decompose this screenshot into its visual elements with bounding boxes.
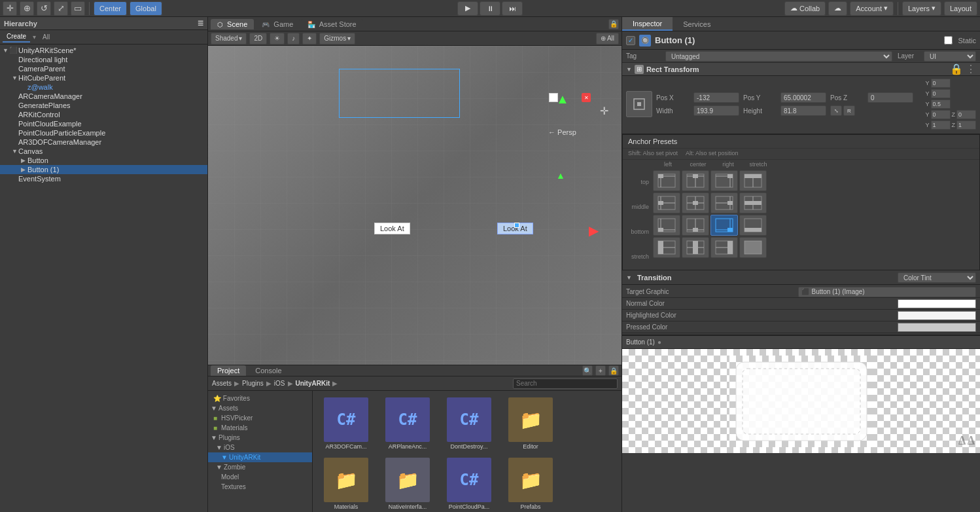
highlighted-color-swatch[interactable]: [898, 311, 976, 320]
breadcrumb-assets[interactable]: Assets: [212, 380, 232, 387]
asset-pointcloudpa[interactable]: C# PointCloudPa...: [440, 455, 499, 512]
rt-posz-input[interactable]: [867, 92, 913, 103]
tree-item-pointcloudparticle[interactable]: PointCloudParticleExample: [0, 128, 207, 137]
unityarkit-item[interactable]: ▼UnityARKit: [208, 452, 312, 462]
static-checkbox[interactable]: [944, 36, 953, 45]
anchor-top-right[interactable]: [710, 170, 738, 191]
scale-tool[interactable]: ⤢: [54, 1, 68, 16]
anchor-middle-center[interactable]: [682, 192, 709, 213]
anchor-bottom-center[interactable]: [682, 215, 709, 236]
hsvpicker-item[interactable]: ■HSVPicker: [208, 413, 312, 423]
close-handle[interactable]: ✕: [582, 93, 591, 102]
transition-header[interactable]: ▼ Transition Color Tint: [622, 270, 980, 285]
anchor-top-stretch[interactable]: [739, 170, 767, 191]
search-scene[interactable]: ⊕ All: [596, 33, 619, 45]
asset-prefabs[interactable]: 📁 Prefabs: [501, 455, 560, 512]
anchor-stretch-stretch[interactable]: [739, 237, 767, 258]
rect-menu-icon[interactable]: ⋮: [966, 63, 976, 75]
rt-height-input[interactable]: [780, 105, 826, 116]
rt-y5-input[interactable]: [931, 120, 951, 130]
breadcrumb-plugins[interactable]: Plugins: [242, 380, 264, 387]
anchor-stretch-center[interactable]: [682, 237, 709, 258]
target-graphic-value[interactable]: ⬛ Button (1) (Image): [798, 287, 977, 297]
cloud-button[interactable]: ☁: [828, 1, 847, 16]
tree-item-camparent[interactable]: CameraParent: [0, 64, 207, 73]
textures-item[interactable]: Textures: [208, 482, 312, 492]
transform-tool[interactable]: ✛: [3, 1, 17, 16]
all-tab[interactable]: All: [39, 32, 54, 42]
zombie-item[interactable]: ▼Zombie: [208, 462, 312, 472]
normal-color-swatch[interactable]: [898, 299, 976, 308]
anchor-bottom-stretch[interactable]: [739, 215, 767, 236]
tree-item-dirlight[interactable]: Directional light: [0, 55, 207, 64]
asset-materials[interactable]: 📁 Materials: [317, 455, 376, 512]
anchor-middle-right[interactable]: [710, 192, 738, 213]
rt-width-input[interactable]: [693, 105, 739, 116]
play-button[interactable]: ▶: [457, 1, 478, 16]
project-add-icon[interactable]: +: [595, 365, 606, 376]
create-tab[interactable]: Create: [3, 31, 30, 43]
tree-item-scene[interactable]: ▼ ⬛ UnityARKitScene*: [0, 46, 207, 55]
tree-item-pointcloud[interactable]: PointCloudExample: [0, 119, 207, 128]
tree-item-canvas[interactable]: ▼ Canvas: [0, 147, 207, 156]
asset-arplaneanc[interactable]: C# ARPlaneAnc...: [378, 395, 437, 452]
anchor-bottom-left[interactable]: [653, 215, 680, 236]
rect-transform-header[interactable]: ▼ ⊞ Rect Transform 🔒 ⋮: [622, 63, 980, 76]
tree-item-arcam[interactable]: ARCameraManager: [0, 92, 207, 101]
anchor-top-center[interactable]: [682, 170, 709, 191]
tag-select[interactable]: Untagged: [665, 51, 892, 62]
tree-item-zwalk[interactable]: z@walk: [0, 82, 207, 92]
tree-item-hitcubeparent[interactable]: ▼ HitCubeParent: [0, 73, 207, 82]
rt-z4-input[interactable]: [956, 110, 976, 119]
console-tab[interactable]: Console: [249, 365, 288, 376]
global-button[interactable]: Global: [130, 1, 162, 16]
tree-item-genplanes[interactable]: GeneratePlanes: [0, 101, 207, 110]
project-lock-icon[interactable]: 🔒: [608, 365, 619, 376]
asset-dontdestroy[interactable]: C# DontDestroy...: [440, 395, 499, 452]
breadcrumb-ios[interactable]: iOS: [274, 380, 285, 387]
transition-type-select[interactable]: Color Tint: [898, 272, 976, 283]
step-button[interactable]: ⏭: [502, 1, 523, 16]
services-tab[interactable]: Services: [673, 17, 721, 31]
scene-lock-icon[interactable]: 🔒: [608, 19, 619, 29]
assets-item[interactable]: ▼Assets: [208, 403, 312, 413]
favorites-item[interactable]: ⭐ Favorites: [208, 393, 312, 403]
layout-button[interactable]: Layout: [944, 1, 977, 16]
light-button[interactable]: ☀: [270, 33, 285, 45]
rt-y2-input[interactable]: [931, 89, 951, 98]
project-search-icon[interactable]: 🔍: [582, 365, 593, 376]
asset-nativeinterfa[interactable]: 📁 NativeInterfa...: [378, 455, 437, 512]
anchor-middle-left[interactable]: [653, 192, 680, 213]
anchor-icon[interactable]: [626, 91, 652, 117]
move-tool[interactable]: ⊕: [20, 1, 34, 16]
asset-editor[interactable]: 📁 Editor: [501, 395, 560, 452]
rt-posy-input[interactable]: [780, 92, 826, 103]
plugins-item[interactable]: ▼Plugins: [208, 433, 312, 443]
scene-tab[interactable]: ⬡ Scene: [211, 19, 254, 29]
collab-button[interactable]: ☁ Collab: [784, 1, 826, 16]
pause-button[interactable]: ⏸: [480, 1, 500, 16]
vfx-button[interactable]: ✦: [302, 33, 317, 45]
rotate-tool[interactable]: ↺: [37, 1, 51, 16]
hierarchy-menu-icon[interactable]: ☰: [198, 20, 203, 27]
rect-tool[interactable]: ▭: [71, 1, 85, 16]
audio-button[interactable]: ♪: [287, 33, 300, 45]
anchor-top-left[interactable]: [653, 170, 680, 191]
shaded-dropdown[interactable]: Shaded▾: [211, 33, 247, 45]
rt-posx-input[interactable]: [693, 92, 739, 103]
rect-lock-icon[interactable]: 🔒: [950, 63, 963, 75]
game-tab[interactable]: 🎮 Game: [255, 19, 300, 29]
rt-y4-input[interactable]: [931, 110, 951, 119]
model-item[interactable]: Model: [208, 472, 312, 482]
pressed-color-swatch[interactable]: [898, 323, 976, 332]
component-enabled-check[interactable]: ✓: [626, 36, 635, 45]
tree-item-button[interactable]: ▶ Button: [0, 156, 207, 165]
anchor-middle-stretch[interactable]: [739, 192, 767, 213]
rt-y1-input[interactable]: [931, 79, 951, 88]
breadcrumb-unityarkit[interactable]: UnityARKit: [296, 380, 330, 387]
inspector-tab[interactable]: Inspector: [622, 17, 673, 31]
asset-ar3dofcam[interactable]: C# AR3DOFCam...: [317, 395, 376, 452]
anchor-stretch-left[interactable]: [653, 237, 680, 258]
asset-store-tab[interactable]: 🏪 Asset Store: [301, 19, 362, 29]
ios-item[interactable]: ▼iOS: [208, 443, 312, 452]
